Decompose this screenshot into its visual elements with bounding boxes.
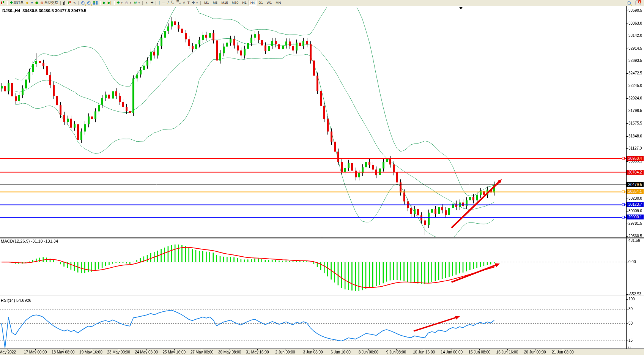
separator [114,1,115,5]
app-chart-icon[interactable] [0,0,6,5]
crosshair-button[interactable]: ✛ [150,0,155,5]
new-chart-button[interactable]: ✚▼ [116,0,124,5]
zoom-in-icon: + [81,1,85,5]
arrows-button[interactable]: ✢▼ [191,0,200,5]
search-icon [627,1,631,5]
timeframe-m5[interactable]: M5 [211,0,220,6]
fibonacci-button[interactable]: ☰F [175,0,182,5]
timeframe-w1[interactable]: W1 [265,0,274,6]
notification-icon: 1 [635,0,641,5]
channel-button[interactable]: ⫽E [170,0,175,5]
dropdown-arrow-icon: ▼ [138,2,140,4]
new-order-button[interactable]: ✚ 新订单 [9,0,25,5]
fibonacci-icon: ☰F [176,0,181,6]
zoom-out-button[interactable]: - [86,0,92,5]
timeframe-mn[interactable]: MN [274,0,283,6]
timeframe-m1[interactable]: M1 [202,0,211,6]
timeframe-h4[interactable]: H4 [249,0,257,6]
crosshair-icon: ✛ [151,0,154,5]
profile-button[interactable]: ● [30,0,34,5]
timeframe-h1[interactable]: H1 [240,0,249,6]
auto-scroll-button[interactable]: ▶ [102,0,107,5]
line-chart-icon: ∿ [73,0,76,5]
zoom-in-button[interactable]: + [80,0,86,5]
clock-icon: ◷ [125,0,128,5]
trendline-icon: / [168,0,169,5]
auto-trading-button[interactable]: ◍ 自动交易 [39,0,59,5]
horizontal-line-button[interactable]: — [161,0,167,5]
timeframe-m30[interactable]: M30 [230,0,241,6]
templates-button[interactable]: ≋▼ [133,0,142,5]
auto-trading-label: 自动交易 [44,0,58,5]
cursor-button[interactable]: ➢ [144,0,150,5]
bar-chart-icon [63,1,65,5]
funnel-button[interactable]: ◆ [25,0,30,5]
timeframe-m15[interactable]: M15 [219,0,230,6]
new-order-label: 新订单 [14,0,24,5]
toolbar: ✚ 新订单 ◆ ● ◉ ◍ 自动交易 ∿ + - ▶ ▶| ✚▼ ◷▼ ≋▼ ➢… [0,0,644,6]
notifications-button[interactable]: 1 [634,0,642,5]
cursor-icon: ➢ [145,2,150,5]
chart-shift-icon: ▶| [108,0,111,5]
template-icon: ≋ [134,0,137,5]
new-chart-icon: ✚ [117,0,120,5]
vertical-line-icon: | [159,0,159,5]
chart-canvas[interactable] [0,0,644,355]
new-order-icon: ✚ [10,0,13,5]
tile-windows-icon [93,1,98,5]
tile-windows-button[interactable] [92,0,99,5]
signal-button[interactable]: ◉ [34,0,39,5]
channel-icon: ⫽E [171,0,174,6]
separator [7,1,8,5]
notification-badge: 1 [638,0,641,3]
dropdown-arrow-icon: ▼ [196,2,198,4]
dropdown-arrow-icon: ▼ [129,2,132,4]
horizontal-line-icon: — [162,0,165,5]
periods-button[interactable]: ◷▼ [124,0,133,5]
candlestick-chart-button[interactable] [66,0,72,5]
timeframe-d1[interactable]: D1 [257,0,265,6]
auto-trading-icon: ◍ [41,0,44,5]
separator [142,1,143,5]
label-icon: T [187,0,190,5]
candlestick-icon [68,1,71,5]
timeframe-group: M1M5M15M30H1H4D1W1MN [202,0,283,6]
arrows-icon: ✢ [192,0,195,5]
search-button[interactable] [626,0,632,5]
zoom-out-icon: - [87,1,91,5]
bar-chart-button[interactable] [62,0,66,5]
auto-scroll-icon: ▶ [103,0,105,5]
signal-icon: ◉ [35,0,38,5]
dropdown-arrow-icon: ▼ [121,2,123,4]
text-icon: A [183,0,185,5]
chart-shift-button[interactable]: ▶| [107,0,112,5]
vertical-line-button[interactable]: | [157,0,161,5]
separator [60,1,61,5]
separator [200,1,201,5]
separator [78,1,79,5]
funnel-icon: ◆ [26,0,29,5]
app-candle-icon [1,1,5,5]
profile-icon: ● [31,0,33,5]
text-button[interactable]: A [182,0,186,5]
label-button[interactable]: T [186,0,191,5]
separator [100,1,101,5]
separator [156,1,156,5]
trendline-button[interactable]: / [167,0,170,5]
line-chart-button[interactable]: ∿ [72,0,77,5]
